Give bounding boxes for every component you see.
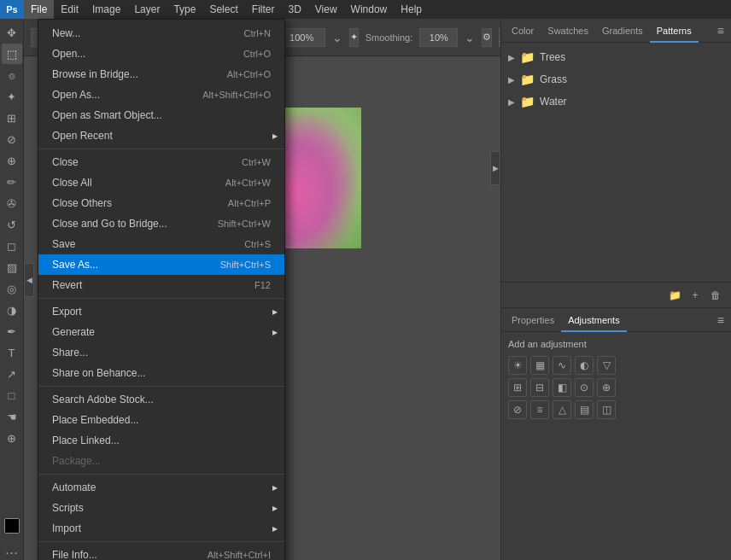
more-tools[interactable]: … bbox=[2, 540, 22, 560]
foreground-color[interactable] bbox=[4, 518, 20, 534]
lasso-tool[interactable]: ⌾ bbox=[2, 65, 22, 85]
tab-adjustments[interactable]: Adjustments bbox=[561, 308, 627, 332]
pattern-group-trees[interactable]: ▶ 📁 Trees bbox=[501, 46, 731, 68]
pattern-group-grass[interactable]: ▶ 📁 Grass bbox=[501, 68, 731, 90]
dodge-tool[interactable]: ◑ bbox=[2, 300, 22, 320]
brightness-contrast-icon[interactable]: ☀ bbox=[508, 356, 527, 375]
airbrush-btn[interactable]: ✦ bbox=[349, 28, 359, 47]
menu-item-browse-bridge[interactable]: Browse in Bridge... Alt+Ctrl+O bbox=[38, 64, 284, 85]
menu-item-export[interactable]: Export bbox=[38, 301, 284, 322]
zoom-tool[interactable]: ⊕ bbox=[2, 428, 22, 448]
threshold-icon[interactable]: △ bbox=[553, 400, 571, 419]
menu-item-file-info[interactable]: File Info... Alt+Shift+Ctrl+I bbox=[38, 545, 284, 560]
delete-pattern-btn[interactable]: 🗑 bbox=[707, 287, 724, 304]
lower-panel-menu-btn[interactable]: ≡ bbox=[714, 313, 728, 327]
shape-tool[interactable]: □ bbox=[2, 385, 22, 405]
menubar-item-type[interactable]: Type bbox=[167, 0, 202, 19]
menubar-item-edit[interactable]: Edit bbox=[54, 0, 85, 19]
clone-stamp-tool[interactable]: ✇ bbox=[2, 193, 22, 213]
menubar-item-view[interactable]: View bbox=[308, 0, 344, 19]
selective-color-icon[interactable]: ◫ bbox=[597, 400, 616, 419]
posterize-icon[interactable]: ≡ bbox=[530, 400, 549, 419]
right-panel-collapse[interactable]: ▶ bbox=[490, 151, 500, 185]
hand-tool[interactable]: ☚ bbox=[2, 406, 22, 427]
crop-tool[interactable]: ⊞ bbox=[2, 108, 22, 128]
channel-mixer-icon[interactable]: ⊕ bbox=[597, 378, 616, 397]
menu-item-open[interactable]: Open... Ctrl+O bbox=[38, 44, 284, 64]
menu-item-open-recent[interactable]: Open Recent bbox=[38, 125, 284, 146]
new-folder-btn[interactable]: 📁 bbox=[666, 287, 683, 304]
menu-item-automate[interactable]: Automate bbox=[38, 477, 284, 498]
gradient-tool[interactable]: ▨ bbox=[2, 257, 22, 277]
menubar-item-select[interactable]: Select bbox=[202, 0, 244, 19]
separator-1 bbox=[38, 149, 284, 149]
tab-patterns[interactable]: Patterns bbox=[650, 19, 699, 43]
menubar-item-image[interactable]: Image bbox=[85, 0, 127, 19]
right-panel: Color Swatches Gradients Patterns ≡ ▶ 📁 … bbox=[500, 19, 731, 560]
adjustments-row-3: ⊘ ≡ △ ▤ ◫ bbox=[508, 400, 724, 419]
menu-item-save[interactable]: Save Ctrl+S bbox=[38, 234, 284, 254]
smoothing-options-btn[interactable]: ⚙ bbox=[482, 28, 492, 47]
menubar-item-layer[interactable]: Layer bbox=[127, 0, 167, 19]
exposure-icon[interactable]: ◐ bbox=[575, 356, 594, 375]
color-balance-icon[interactable]: ⊟ bbox=[530, 378, 549, 397]
eyedropper-tool[interactable]: ⊘ bbox=[2, 129, 22, 149]
menubar-item-file[interactable]: File bbox=[24, 0, 54, 19]
menu-item-close[interactable]: Close Ctrl+W bbox=[38, 152, 284, 172]
menubar-item-help[interactable]: Help bbox=[394, 0, 429, 19]
blur-tool[interactable]: ◎ bbox=[2, 278, 22, 299]
menu-item-share[interactable]: Share... bbox=[38, 342, 284, 363]
left-panel-collapse[interactable]: ◀ bbox=[24, 263, 34, 297]
brush-tool[interactable]: ✏ bbox=[2, 172, 22, 192]
menu-item-close-all[interactable]: Close All Alt+Ctrl+W bbox=[38, 172, 284, 193]
menu-item-scripts[interactable]: Scripts bbox=[38, 498, 284, 518]
menu-item-revert[interactable]: Revert F12 bbox=[38, 275, 284, 295]
app-logo: Ps bbox=[0, 0, 24, 19]
black-white-icon[interactable]: ◧ bbox=[553, 378, 571, 397]
menu-item-import[interactable]: Import bbox=[38, 518, 284, 539]
menu-item-open-smart[interactable]: Open as Smart Object... bbox=[38, 105, 284, 125]
menubar-item-filter[interactable]: Filter bbox=[245, 0, 282, 19]
file-dropdown-menu: New... Ctrl+N Open... Ctrl+O Browse in B… bbox=[38, 19, 285, 560]
eraser-tool[interactable]: ◻ bbox=[2, 236, 22, 256]
menu-item-place-linked[interactable]: Place Linked... bbox=[38, 430, 284, 451]
smoothing-input[interactable] bbox=[419, 28, 458, 47]
curves-icon[interactable]: ∿ bbox=[553, 356, 571, 375]
menu-item-new[interactable]: New... Ctrl+N bbox=[38, 23, 284, 44]
tab-color[interactable]: Color bbox=[505, 19, 541, 43]
magic-wand-tool[interactable]: ✦ bbox=[2, 86, 22, 107]
invert-icon[interactable]: ⊘ bbox=[508, 400, 527, 419]
menu-item-place-embedded[interactable]: Place Embedded... bbox=[38, 410, 284, 430]
new-pattern-btn[interactable]: + bbox=[687, 287, 704, 304]
tools-panel: ✥ ⬚ ⌾ ✦ ⊞ ⊘ ⊕ ✏ ✇ ↺ ◻ ▨ ◎ ◑ ✒ T ↗ □ ☚ ⊕ … bbox=[0, 19, 24, 560]
tab-swatches[interactable]: Swatches bbox=[541, 19, 595, 43]
menubar-item-window[interactable]: Window bbox=[344, 0, 395, 19]
history-brush-tool[interactable]: ↺ bbox=[2, 214, 22, 235]
photo-filter-icon[interactable]: ⊙ bbox=[575, 378, 594, 397]
vibrance-icon[interactable]: ▽ bbox=[597, 356, 616, 375]
gradient-map-icon[interactable]: ▤ bbox=[575, 400, 594, 419]
move-tool[interactable]: ✥ bbox=[2, 22, 22, 43]
menu-item-share-behance[interactable]: Share on Behance... bbox=[38, 363, 284, 383]
menu-item-close-bridge[interactable]: Close and Go to Bridge... Shift+Ctrl+W bbox=[38, 213, 284, 234]
pen-tool[interactable]: ✒ bbox=[2, 321, 22, 341]
menubar: Ps File Edit Image Layer Type Select Fil… bbox=[0, 0, 731, 19]
path-select-tool[interactable]: ↗ bbox=[2, 364, 22, 384]
marquee-tool[interactable]: ⬚ bbox=[2, 44, 22, 64]
tab-properties[interactable]: Properties bbox=[505, 308, 561, 332]
healing-tool[interactable]: ⊕ bbox=[2, 150, 22, 171]
menu-item-open-as[interactable]: Open As... Alt+Shift+Ctrl+O bbox=[38, 85, 284, 105]
levels-icon[interactable]: ▦ bbox=[530, 356, 549, 375]
menu-item-generate[interactable]: Generate bbox=[38, 322, 284, 342]
menu-item-save-as[interactable]: Save As... Shift+Ctrl+S bbox=[38, 254, 284, 275]
tab-gradients[interactable]: Gradients bbox=[595, 19, 650, 43]
hsl-icon[interactable]: ⊞ bbox=[508, 378, 527, 397]
grass-label: Grass bbox=[540, 73, 567, 85]
text-tool[interactable]: T bbox=[2, 342, 22, 363]
trees-chevron: ▶ bbox=[508, 53, 515, 62]
pattern-group-water[interactable]: ▶ 📁 Water bbox=[501, 90, 731, 113]
menu-item-search-stock[interactable]: Search Adobe Stock... bbox=[38, 389, 284, 410]
menu-item-close-others[interactable]: Close Others Alt+Ctrl+P bbox=[38, 193, 284, 213]
panel-menu-btn[interactable]: ≡ bbox=[714, 24, 728, 38]
menubar-item-3d[interactable]: 3D bbox=[281, 0, 307, 19]
